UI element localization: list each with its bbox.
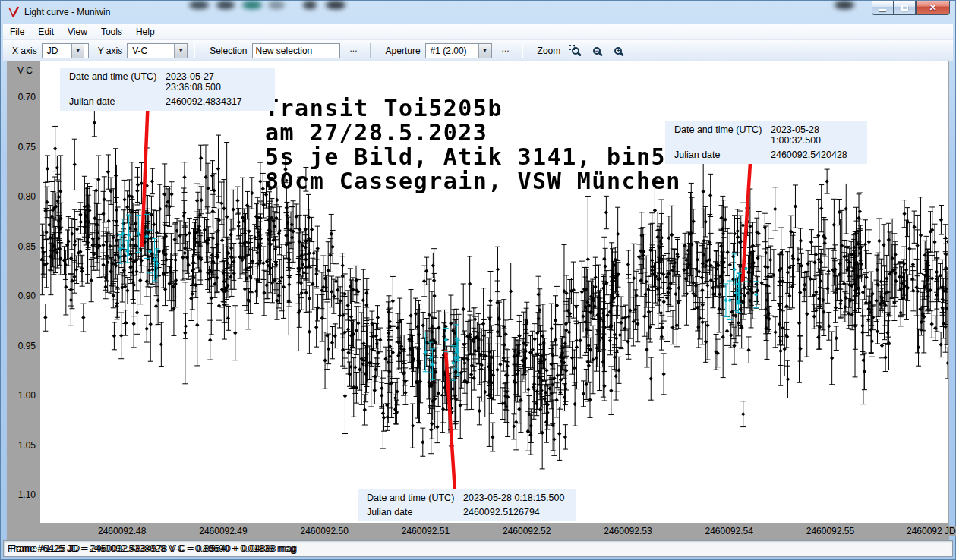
xaxis-select[interactable]: JD ▼ [42, 43, 89, 58]
y-tick-label: 0.85 [7, 241, 36, 252]
tooltip-label: Date and time (UTC) [69, 71, 166, 93]
yaxis-selected-value: V-C [128, 44, 156, 58]
tooltip-label: Date and time (UTC) [367, 492, 463, 503]
status-bar: Frame #6425 JD = 2460092.5338928 V-C = 0… [3, 540, 953, 557]
tooltip-value: 2023-05-28 1:00:32.500 [771, 124, 860, 146]
y-tick-label: 0.70 [7, 92, 36, 102]
xaxis-selected-value: JD [43, 44, 71, 58]
x-tick-label: 2460092.48 [98, 526, 146, 536]
window-title: Light curve - Muniwin [24, 7, 110, 17]
xaxis-label: X axis [12, 46, 37, 56]
toolbar-separator [194, 43, 194, 58]
desktop-blob [268, 1, 285, 9]
menu-file[interactable]: File [3, 25, 31, 39]
title-bar[interactable]: Light curve - Muniwin ✕ [1, 1, 955, 24]
chart-annotation-text: Transit Toi5205b am 27/28.5.2023 5s je B… [265, 96, 681, 193]
x-tick-label-clipped: 2460092.56 [907, 526, 942, 536]
desktop-blob [835, 1, 854, 9]
tooltip-value: 2460092.4834317 [166, 96, 267, 107]
selection-rect-icon [569, 45, 575, 50]
x-tick-label: 2460092.55 [806, 526, 854, 536]
x-tick-label: 2460092.49 [199, 526, 247, 536]
y-tick-label: 0.75 [7, 142, 36, 153]
tooltip-value: 2023-05-28 0:18:15.500 [463, 492, 569, 503]
data-point-tooltip: Date and time (UTC) 2023-05-28 0:18:15.5… [358, 489, 576, 521]
tooltip-value: 2023-05-27 23:36:08.500 [166, 71, 267, 93]
zoom-out-icon: − [593, 47, 601, 55]
light-curve-chart: V-C 0.700.750.800.850.900.951.001.051.10… [7, 61, 949, 540]
x-tick-label: 2460092.52 [503, 526, 551, 536]
zoom-fit-button[interactable] [566, 42, 585, 59]
x-tick-label: 2460092.50 [301, 526, 349, 536]
tooltip-label: Date and time (UTC) [674, 124, 771, 146]
yaxis-select[interactable]: V-C ▼ [127, 43, 188, 58]
y-tick-label: 0.95 [7, 341, 36, 351]
x-tick-label: 2460092.54 [705, 526, 753, 536]
selection-more-button[interactable]: ... [344, 42, 364, 59]
desktop-blob [326, 1, 345, 9]
x-axis-unit-label: JD [943, 526, 956, 536]
tooltip-label: Julian date [367, 507, 463, 518]
zoom-in-icon: + [614, 47, 622, 55]
aperture-label: Aperture [386, 46, 421, 56]
tooltip-label: Julian date [674, 149, 771, 160]
y-tick-label: 1.10 [7, 489, 36, 500]
y-tick-label: 0.80 [7, 191, 36, 202]
selection-label: Selection [210, 46, 247, 56]
yaxis-label: Y axis [98, 46, 122, 56]
y-axis-title: V-C [17, 65, 33, 76]
aperture-select[interactable]: #1 (2.00) ▼ [425, 43, 492, 58]
maximize-icon [901, 5, 908, 11]
toolbar-separator [370, 43, 371, 58]
menu-help[interactable]: Help [129, 25, 162, 39]
tooltip-value: 2460092.5420428 [771, 149, 860, 160]
menu-bar: File Edit View Tools Help [3, 24, 953, 40]
menu-view[interactable]: View [61, 25, 94, 39]
menu-tools[interactable]: Tools [94, 25, 129, 39]
close-button[interactable]: ✕ [916, 1, 950, 15]
selection-input[interactable] [252, 43, 340, 58]
desktop-blob [242, 1, 262, 9]
chevron-down-icon[interactable]: ▼ [174, 44, 187, 58]
y-tick-label: 0.90 [7, 291, 36, 301]
aperture-selected-value: #1 (2.00) [426, 44, 472, 58]
status-text-overlap: Frame #1125 JD = 2460092.4834978 V-C = 0… [10, 543, 297, 554]
y-tick-label: 1.05 [7, 440, 36, 451]
app-window: Light curve - Muniwin ✕ File Edit View T… [0, 0, 956, 560]
desktop-blob [189, 1, 209, 9]
desktop-blob [303, 1, 317, 9]
tooltip-value: 2460092.5126794 [463, 507, 569, 518]
chevron-down-icon[interactable]: ▼ [478, 44, 491, 58]
close-icon: ✕ [929, 2, 936, 13]
x-tick-label: 2460092.53 [604, 526, 652, 536]
maximize-button[interactable] [894, 1, 916, 15]
chevron-down-icon[interactable]: ▼ [71, 44, 84, 58]
toolbar: X axis JD ▼ Y axis V-C ▼ Selection ... A… [3, 40, 953, 61]
muniwin-icon [8, 6, 20, 18]
zoom-out-button[interactable]: − [588, 42, 606, 59]
tooltip-label: Julian date [69, 96, 166, 107]
aperture-more-button[interactable]: ... [496, 42, 516, 59]
x-tick-label: 2460092.51 [402, 526, 450, 536]
desktop-blob [216, 1, 235, 9]
menu-edit[interactable]: Edit [31, 25, 61, 39]
toolbar-separator [522, 43, 522, 58]
minimize-icon [879, 9, 886, 11]
data-point-tooltip: Date and time (UTC) 2023-05-27 23:36:08.… [60, 68, 275, 111]
zoom-label: Zoom [538, 46, 561, 56]
data-point-tooltip: Date and time (UTC) 2023-05-28 1:00:32.5… [665, 121, 867, 164]
zoom-in-button[interactable]: + [609, 42, 627, 59]
y-tick-label: 1.00 [7, 390, 36, 401]
minimize-button[interactable] [872, 1, 894, 15]
